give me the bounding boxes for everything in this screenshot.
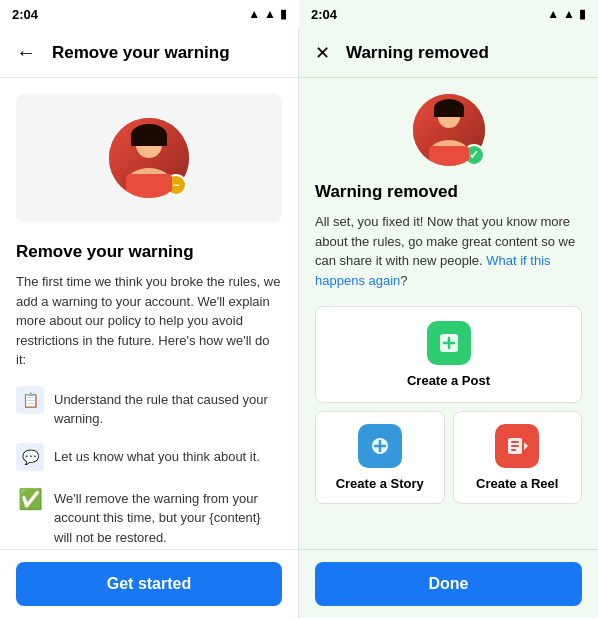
success-avatar-container: ✓ [413, 94, 485, 166]
right-status-bar: 2:04 ▲ ▲ ▮ [299, 0, 598, 28]
left-avatar-container: − [109, 118, 189, 198]
wifi-icon: ▲ [264, 7, 276, 21]
action-cards: Create a Post Create a Story [315, 306, 582, 504]
steps-list: 📋 Understand the rule that caused your w… [16, 386, 282, 548]
step-item-2: 💬 Let us know what you think about it. [16, 443, 282, 471]
create-story-card[interactable]: Create a Story [315, 411, 445, 504]
done-button[interactable]: Done [315, 562, 582, 606]
step-item-1: 📋 Understand the rule that caused your w… [16, 386, 282, 429]
right-status-icons: ▲ ▲ ▮ [547, 7, 586, 21]
right-content: ✓ Warning removed All set, you fixed it!… [299, 78, 598, 549]
action-cards-row: Create a Story Create a [315, 411, 582, 504]
right-panel: ✕ Warning removed ✓ Warning removed All … [299, 28, 598, 618]
signal-icon-right: ▲ [547, 7, 559, 21]
right-section-text: All set, you fixed it! Now that you know… [315, 212, 582, 290]
success-avatar-hair [434, 99, 464, 117]
create-story-icon [358, 424, 402, 468]
create-post-label: Create a Post [407, 373, 490, 388]
step-item-3: ✅ We'll remove the warning from your acc… [16, 485, 282, 548]
create-post-icon [427, 321, 471, 365]
left-footer: Get started [0, 549, 298, 618]
battery-icon: ▮ [280, 7, 287, 21]
svg-rect-9 [511, 445, 519, 447]
wifi-icon-right: ▲ [563, 7, 575, 21]
success-avatar-section: ✓ [315, 94, 582, 166]
battery-icon-right: ▮ [579, 7, 586, 21]
left-section-text: The first time we think you broke the ru… [16, 272, 282, 370]
right-section-title: Warning removed [315, 182, 582, 202]
right-time: 2:04 [311, 7, 337, 22]
signal-icon: ▲ [248, 7, 260, 21]
step-icon-check: ✅ [16, 485, 44, 513]
left-panel: ← Remove your warning − Remove your warn… [0, 28, 299, 618]
success-avatar-dress [429, 146, 469, 166]
left-content: − Remove your warning The first time we … [0, 78, 298, 549]
svg-marker-7 [524, 442, 528, 450]
right-footer: Done [299, 549, 598, 618]
create-post-card[interactable]: Create a Post [315, 306, 582, 403]
left-status-icons: ▲ ▲ ▮ [248, 7, 287, 21]
left-time: 2:04 [12, 7, 38, 22]
right-panel-title: Warning removed [346, 43, 489, 63]
create-story-label: Create a Story [336, 476, 424, 491]
back-icon[interactable]: ← [16, 41, 36, 64]
step-icon-comment: 💬 [16, 443, 44, 471]
left-header: ← Remove your warning [0, 28, 298, 78]
left-status-bar: 2:04 ▲ ▲ ▮ [0, 0, 299, 28]
avatar-dress [126, 174, 172, 198]
left-avatar-section: − [16, 94, 282, 222]
step-text-1: Understand the rule that caused your war… [54, 386, 282, 429]
step-text-2: Let us know what you think about it. [54, 443, 260, 467]
get-started-button[interactable]: Get started [16, 562, 282, 606]
left-section-title: Remove your warning [16, 242, 282, 262]
step-text-3: We'll remove the warning from your accou… [54, 485, 282, 548]
svg-rect-10 [511, 449, 516, 451]
create-reel-card[interactable]: Create a Reel [453, 411, 583, 504]
close-icon[interactable]: ✕ [315, 42, 330, 64]
avatar-hair [131, 124, 167, 146]
create-reel-icon [495, 424, 539, 468]
right-header: ✕ Warning removed [299, 28, 598, 78]
step-icon-book: 📋 [16, 386, 44, 414]
create-reel-label: Create a Reel [476, 476, 558, 491]
status-bars: 2:04 ▲ ▲ ▮ 2:04 ▲ ▲ ▮ [0, 0, 598, 28]
panels: ← Remove your warning − Remove your warn… [0, 28, 598, 618]
left-panel-title: Remove your warning [52, 43, 230, 63]
svg-rect-8 [511, 441, 519, 443]
